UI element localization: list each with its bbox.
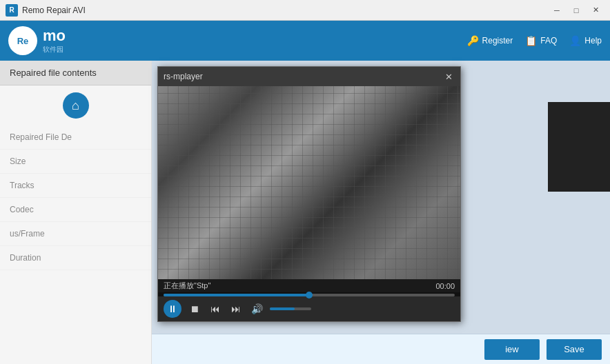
dark-box	[548, 102, 610, 192]
home-icon[interactable]: ⌂	[63, 92, 89, 119]
progress-thumb[interactable]	[306, 292, 313, 299]
player-title: rs-mplayer	[164, 72, 203, 81]
faq-icon: 📋	[525, 35, 537, 46]
player-status-bar: 正在播放"Stp" 00:00	[158, 279, 460, 292]
sidebar-item-tracks[interactable]: Tracks	[0, 174, 151, 198]
minimize-button[interactable]: ─	[548, 3, 566, 18]
header: Re mo 软件园 🔑 Register 📋 FAQ 👤 Help	[0, 21, 610, 61]
main-content: Repaired file contents ⌂ Repaired File D…	[0, 61, 610, 364]
save-button[interactable]: Save	[547, 339, 602, 360]
titlebar: R Remo Repair AVI ─ □ ✕	[0, 0, 610, 21]
close-button[interactable]: ✕	[587, 3, 604, 18]
sidebar-item-repaired-file[interactable]: Repaired File De	[0, 125, 151, 150]
help-label: Help	[584, 36, 602, 46]
logo-text-block: mo 软件园	[43, 27, 66, 54]
home-icon-container: ⌂	[0, 85, 151, 125]
status-text: 正在播放"Stp"	[164, 281, 210, 291]
player-controls: ⏸ ⏹ ⏮ ⏭ 🔊	[158, 296, 460, 321]
volume-fill	[270, 307, 295, 310]
repaired-file-label: Repaired File De	[10, 132, 72, 142]
header-nav: 🔑 Register 📋 FAQ 👤 Help	[467, 35, 602, 46]
sidebar-item-duration[interactable]: Duration	[0, 246, 151, 270]
progress-track[interactable]	[164, 294, 455, 296]
tracks-label: Tracks	[10, 181, 35, 190]
player-close-button[interactable]: ✕	[442, 70, 455, 83]
logo-tagline: 软件园	[43, 45, 66, 54]
volume-track[interactable]	[270, 307, 311, 310]
logo-name: mo	[43, 27, 66, 45]
volume-icon: 🔊	[249, 301, 264, 316]
duration-label: Duration	[10, 253, 41, 263]
logo: Re mo 软件园	[8, 26, 66, 55]
register-label: Register	[482, 36, 513, 46]
logo-circle: Re	[8, 26, 37, 55]
stop-button[interactable]: ⏹	[187, 301, 202, 316]
play-pause-button[interactable]: ⏸	[164, 300, 181, 318]
next-button[interactable]: ⏭	[228, 301, 244, 316]
player-titlebar: rs-mplayer ✕	[158, 67, 460, 86]
progress-fill	[164, 294, 309, 296]
player-video	[158, 86, 460, 279]
faq-label: FAQ	[540, 36, 557, 46]
size-label: Size	[10, 156, 26, 166]
register-nav-item[interactable]: 🔑 Register	[467, 35, 513, 46]
register-icon: 🔑	[467, 35, 479, 46]
codec-label: Codec	[10, 205, 34, 214]
content-area: rs-mplayer ✕ 正在播放"Stp" 00:00	[152, 61, 610, 364]
window-controls: ─ □ ✕	[548, 3, 604, 18]
help-icon: 👤	[569, 35, 581, 46]
preview-area: rs-mplayer ✕ 正在播放"Stp" 00:00	[152, 61, 610, 334]
us-frame-label: us/Frame	[10, 229, 45, 239]
sidebar-item-us-frame[interactable]: us/Frame	[0, 222, 151, 246]
sidebar: Repaired file contents ⌂ Repaired File D…	[0, 61, 152, 364]
status-time: 00:00	[435, 282, 455, 290]
video-content	[158, 86, 460, 279]
help-nav-item[interactable]: 👤 Help	[569, 35, 602, 46]
media-player: rs-mplayer ✕ 正在播放"Stp" 00:00	[157, 66, 461, 322]
window-title: Remo Repair AVI	[22, 6, 548, 15]
app-icon: R	[6, 4, 18, 17]
player-progress-bar[interactable]	[158, 292, 460, 296]
sidebar-item-codec[interactable]: Codec	[0, 198, 151, 222]
video-frame	[158, 86, 460, 279]
footer: iew Save	[152, 334, 610, 364]
sidebar-item-size[interactable]: Size	[0, 150, 151, 174]
prev-button[interactable]: ⏮	[208, 301, 223, 316]
maximize-button[interactable]: □	[567, 3, 585, 18]
preview-button[interactable]: iew	[484, 339, 540, 360]
sidebar-header: Repaired file contents	[0, 61, 151, 85]
faq-nav-item[interactable]: 📋 FAQ	[525, 35, 557, 46]
